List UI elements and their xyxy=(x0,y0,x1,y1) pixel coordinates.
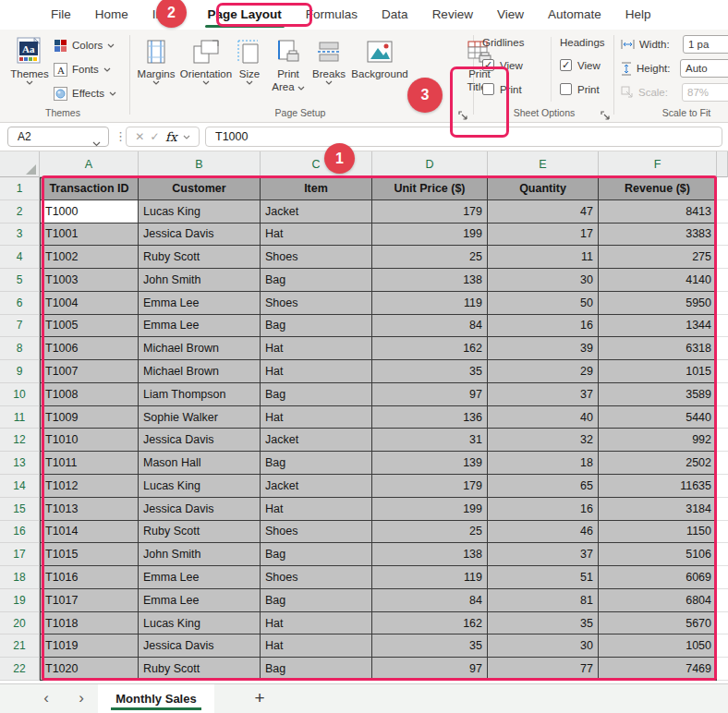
row-number-11[interactable]: 11 xyxy=(0,406,40,429)
cell-B18[interactable]: Emma Lee xyxy=(139,566,261,589)
cell-E7[interactable]: 16 xyxy=(488,315,599,338)
print-area-button[interactable]: PrintArea xyxy=(268,33,309,109)
cell-C21[interactable]: Hat xyxy=(261,634,372,658)
cell-A6[interactable]: T1004 xyxy=(40,292,139,315)
row-number-4[interactable]: 4 xyxy=(0,246,40,269)
cell-E8[interactable]: 39 xyxy=(488,337,599,360)
column-header-A[interactable]: A xyxy=(40,151,139,177)
size-button[interactable]: Size xyxy=(233,33,266,109)
cell-C10[interactable]: Bag xyxy=(261,383,372,406)
cell-D20[interactable]: 162 xyxy=(372,612,488,635)
cell-E19[interactable]: 81 xyxy=(488,589,599,612)
row-number-9[interactable]: 9 xyxy=(0,360,40,383)
row-number-21[interactable]: 21 xyxy=(0,634,40,658)
cell-D12[interactable]: 31 xyxy=(372,429,488,452)
cell-B7[interactable]: Emma Lee xyxy=(139,315,261,338)
row-number-22[interactable]: 22 xyxy=(0,658,40,681)
add-sheet-button[interactable]: + xyxy=(248,684,272,713)
cell-A20[interactable]: T1018 xyxy=(40,612,139,635)
row-number-17[interactable]: 17 xyxy=(0,543,40,566)
row-number-10[interactable]: 10 xyxy=(0,383,40,406)
colors-dropdown[interactable]: Colors xyxy=(54,35,126,55)
cell-F18[interactable]: 6069 xyxy=(599,566,717,589)
orientation-button[interactable]: Orientation xyxy=(179,33,233,109)
cell-C20[interactable]: Hat xyxy=(261,612,372,635)
cell-F1[interactable]: Revenue ($) xyxy=(599,177,717,200)
headings-print-checkbox[interactable]: Print xyxy=(560,83,600,95)
cell-D3[interactable]: 199 xyxy=(372,224,488,247)
cell-C8[interactable]: Hat xyxy=(261,337,372,360)
cell-C1[interactable]: Item xyxy=(261,177,372,200)
row-number-12[interactable]: 12 xyxy=(0,429,40,452)
cell-D7[interactable]: 84 xyxy=(372,315,488,338)
cell-D22[interactable]: 97 xyxy=(372,658,488,681)
menu-tab-review[interactable]: Review xyxy=(420,0,485,30)
cell-F17[interactable]: 5106 xyxy=(599,543,717,566)
cell-A10[interactable]: T1008 xyxy=(40,383,139,406)
cell-E20[interactable]: 35 xyxy=(488,612,599,635)
cell-E14[interactable]: 65 xyxy=(488,475,599,498)
cell-B2[interactable]: Lucas King xyxy=(139,200,261,224)
column-header-D[interactable]: D xyxy=(372,151,488,177)
cell-A7[interactable]: T1005 xyxy=(40,315,139,338)
row-number-18[interactable]: 18 xyxy=(0,566,40,589)
cell-A4[interactable]: T1002 xyxy=(40,246,139,269)
select-all-corner[interactable] xyxy=(0,151,40,177)
cell-D2[interactable]: 179 xyxy=(372,200,488,224)
cell-C2[interactable]: Jacket xyxy=(261,200,372,224)
margins-button[interactable]: Margins xyxy=(135,33,177,109)
cell-E6[interactable]: 50 xyxy=(488,292,599,315)
cell-B4[interactable]: Ruby Scott xyxy=(139,246,261,269)
cell-A9[interactable]: T1007 xyxy=(40,360,139,383)
cell-F4[interactable]: 275 xyxy=(599,246,717,269)
cell-A16[interactable]: T1014 xyxy=(40,521,139,544)
cell-B15[interactable]: Jessica Davis xyxy=(139,498,261,521)
cell-D15[interactable]: 199 xyxy=(372,498,488,521)
field-input[interactable]: 87% xyxy=(682,83,728,102)
menu-tab-automate[interactable]: Automate xyxy=(536,0,613,30)
cell-B16[interactable]: Ruby Scott xyxy=(139,521,261,544)
cell-B3[interactable]: Jessica Davis xyxy=(139,224,261,247)
fonts-dropdown[interactable]: AFonts xyxy=(54,59,126,79)
cell-B1[interactable]: Customer xyxy=(139,177,261,200)
cell-A1[interactable]: Transaction ID xyxy=(40,177,139,200)
headings-view-checkbox[interactable]: ✓View xyxy=(560,59,601,71)
cell-F19[interactable]: 6804 xyxy=(599,589,717,612)
cell-B21[interactable]: Jessica Davis xyxy=(139,634,261,658)
cell-C13[interactable]: Bag xyxy=(261,452,372,475)
cell-F16[interactable]: 1150 xyxy=(599,521,717,544)
row-number-15[interactable]: 15 xyxy=(0,498,40,521)
cell-C18[interactable]: Shoes xyxy=(261,566,372,589)
cell-D17[interactable]: 138 xyxy=(372,543,488,566)
background-button[interactable]: Background xyxy=(349,33,410,109)
row-number-7[interactable]: 7 xyxy=(0,315,40,338)
sheet-options-dialog-launcher-icon[interactable] xyxy=(601,107,610,124)
cell-F10[interactable]: 3589 xyxy=(599,383,717,406)
cell-D9[interactable]: 35 xyxy=(372,360,488,383)
cell-F13[interactable]: 2502 xyxy=(599,452,717,475)
cell-B19[interactable]: Emma Lee xyxy=(139,589,261,612)
cell-E17[interactable]: 37 xyxy=(488,543,599,566)
cell-F21[interactable]: 1050 xyxy=(599,634,717,658)
cell-D13[interactable]: 139 xyxy=(372,452,488,475)
menu-tab-file[interactable]: File xyxy=(39,0,83,30)
row-number-2[interactable]: 2 xyxy=(0,200,40,224)
cell-D11[interactable]: 136 xyxy=(372,406,488,429)
cell-E16[interactable]: 46 xyxy=(488,521,599,544)
row-number-8[interactable]: 8 xyxy=(0,337,40,360)
row-number-14[interactable]: 14 xyxy=(0,475,40,498)
cell-D4[interactable]: 25 xyxy=(372,246,488,269)
cell-F20[interactable]: 5670 xyxy=(599,612,717,635)
cell-A3[interactable]: T1001 xyxy=(40,224,139,247)
cell-C17[interactable]: Bag xyxy=(261,543,372,566)
row-number-1[interactable]: 1 xyxy=(0,177,40,200)
cell-F9[interactable]: 1015 xyxy=(599,360,717,383)
row-number-3[interactable]: 3 xyxy=(0,224,40,247)
cell-E3[interactable]: 17 xyxy=(488,224,599,247)
formula-input[interactable]: T1000 xyxy=(205,127,722,147)
cell-E15[interactable]: 16 xyxy=(488,498,599,521)
cell-B20[interactable]: Lucas King xyxy=(139,612,261,635)
cell-C6[interactable]: Shoes xyxy=(261,292,372,315)
cell-C9[interactable]: Hat xyxy=(261,360,372,383)
cell-F8[interactable]: 6318 xyxy=(599,337,717,360)
